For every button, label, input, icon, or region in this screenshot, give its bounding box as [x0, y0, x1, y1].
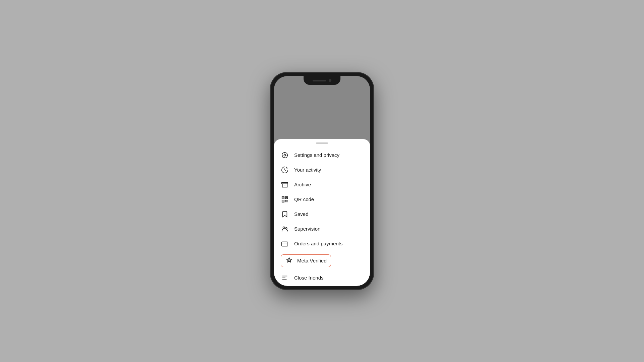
svg-rect-13: [285, 200, 286, 201]
bottom-sheet: Settings and privacy Your activity: [274, 139, 370, 286]
menu-item-archive[interactable]: Archive: [274, 177, 370, 192]
phone-notch: [304, 76, 340, 85]
svg-rect-14: [287, 201, 288, 202]
menu-item-settings-privacy[interactable]: Settings and privacy: [274, 148, 370, 163]
meta-verified-label: Meta Verified: [297, 258, 327, 263]
menu-item-meta-verified[interactable]: Meta Verified: [274, 251, 370, 270]
svg-point-18: [285, 228, 287, 229]
menu-item-favourites[interactable]: Favourites: [274, 285, 370, 286]
svg-rect-19: [282, 242, 288, 246]
qr-code-icon: [281, 195, 289, 203]
supervision-icon: [281, 225, 289, 233]
archive-label: Archive: [294, 182, 311, 187]
close-friends-icon: [281, 274, 289, 282]
svg-rect-16: [287, 200, 288, 201]
your-activity-label: Your activity: [294, 167, 321, 173]
menu-item-orders-payments[interactable]: Orders and payments: [274, 236, 370, 251]
notch-speaker: [313, 80, 326, 81]
orders-payments-icon: [281, 240, 289, 248]
menu-item-your-activity[interactable]: Your activity: [274, 163, 370, 177]
phone-screen: Settings and privacy Your activity: [274, 76, 370, 286]
menu-item-qr-code[interactable]: QR code: [274, 192, 370, 207]
svg-point-1: [284, 154, 286, 156]
menu-item-close-friends[interactable]: Close friends: [274, 270, 370, 285]
supervision-label: Supervision: [294, 226, 320, 232]
saved-icon: [281, 210, 289, 218]
phone-frame: Settings and privacy Your activity: [270, 72, 374, 290]
settings-privacy-label: Settings and privacy: [294, 152, 339, 158]
sheet-handle: [316, 142, 328, 144]
close-friends-label: Close friends: [294, 275, 324, 281]
saved-label: Saved: [294, 211, 309, 217]
svg-point-17: [283, 227, 285, 229]
your-activity-icon: [281, 166, 289, 174]
svg-rect-11: [283, 200, 284, 201]
meta-verified-highlight: Meta Verified: [281, 254, 331, 267]
phone-wrapper: Settings and privacy Your activity: [270, 72, 374, 290]
meta-verified-icon: [285, 257, 293, 265]
menu-item-saved[interactable]: Saved: [274, 207, 370, 222]
svg-rect-10: [286, 197, 287, 198]
orders-payments-label: Orders and payments: [294, 241, 342, 246]
archive-icon: [281, 181, 289, 189]
menu-item-supervision[interactable]: Supervision: [274, 222, 370, 236]
svg-rect-15: [285, 201, 286, 202]
notch-camera: [329, 79, 331, 82]
settings-privacy-icon: [281, 151, 289, 159]
qr-code-label: QR code: [294, 196, 314, 202]
svg-rect-9: [283, 197, 284, 198]
